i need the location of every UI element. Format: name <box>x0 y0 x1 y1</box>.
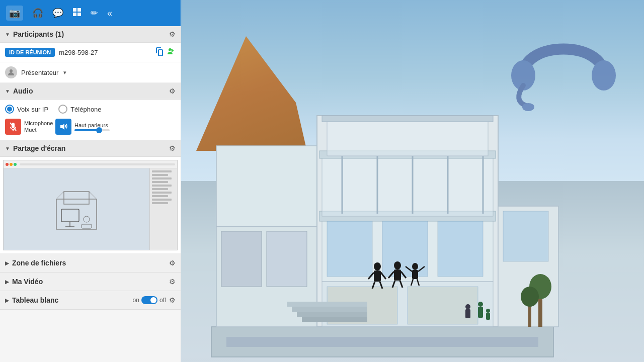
svg-rect-2 <box>73 13 76 16</box>
audio-header[interactable]: ▼ Audio ⚙ <box>0 83 181 100</box>
arch-background <box>181 0 644 362</box>
screenshare-header[interactable]: ▼ Partage d'écran ⚙ <box>0 140 181 157</box>
slider-thumb[interactable] <box>96 127 102 133</box>
screenshare-canvas <box>4 168 149 250</box>
whiteboard-section: ▶ Tableau blanc on off ⚙ <box>0 291 181 310</box>
presenter-dropdown-icon[interactable]: ▾ <box>63 69 66 76</box>
my-video-chevron-icon: ▶ <box>5 279 9 285</box>
svg-rect-7 <box>56 199 97 229</box>
svg-rect-20 <box>267 231 307 287</box>
telephone-label: Téléphone <box>70 106 101 113</box>
screenshare-gear-icon[interactable]: ⚙ <box>169 144 176 152</box>
file-zone-chevron-icon: ▶ <box>5 260 9 266</box>
voip-label: Voix sur IP <box>17 106 48 113</box>
whiteboard-gear-icon[interactable]: ⚙ <box>169 296 176 304</box>
toolbar-dot-red <box>6 163 9 166</box>
svg-point-50 <box>394 261 401 269</box>
telephone-option[interactable]: Téléphone <box>58 105 101 114</box>
svg-point-80 <box>522 103 534 111</box>
panel-line <box>152 188 168 190</box>
file-zone-title: Zone de fichiers <box>12 259 66 267</box>
audio-content: Voix sur IP Téléphone Micr <box>0 100 181 140</box>
whiteboard-toggle-container: on off <box>133 296 166 304</box>
panel-line <box>152 181 168 183</box>
svg-rect-67 <box>486 313 490 320</box>
svg-rect-73 <box>302 317 367 322</box>
3d-model-sketch <box>46 184 107 234</box>
svg-rect-17 <box>226 337 538 347</box>
svg-point-4 <box>10 69 13 72</box>
video-icon[interactable]: 📷 <box>6 6 23 21</box>
participants-section: ▼ Participants (1) ⚙ ID DE RÉUNION m298-… <box>0 26 181 83</box>
whiteboard-chevron-icon: ▶ <box>5 298 9 303</box>
svg-point-64 <box>478 302 483 307</box>
svg-rect-45 <box>374 270 381 282</box>
audio-controls: Microphone Muet Haut-parleurs <box>5 119 176 135</box>
audio-chevron-icon: ▼ <box>5 88 10 94</box>
file-zone-header[interactable]: ▶ Zone de fichiers ⚙ <box>0 254 181 273</box>
my-video-header[interactable]: ▶ Ma Vidéo ⚙ <box>0 273 181 291</box>
svg-point-44 <box>374 262 381 270</box>
sidebar: 📷 🎧 💬 ✏ « ▼ Participants (1) ⚙ ID DE RÉU… <box>0 0 181 362</box>
screenshare-preview <box>3 160 178 250</box>
presenter-avatar <box>5 66 17 78</box>
my-video-title: Ma Vidéo <box>12 278 43 286</box>
grid-icon[interactable] <box>72 8 82 19</box>
svg-rect-28 <box>327 221 372 277</box>
screenshare-panel <box>149 168 177 250</box>
svg-rect-70 <box>287 302 367 307</box>
chevrons-left-icon[interactable]: « <box>107 8 112 19</box>
svg-rect-15 <box>82 224 92 228</box>
panel-line <box>152 170 172 172</box>
participants-header[interactable]: ▼ Participants (1) ⚙ <box>0 26 181 43</box>
toggle-off-label: off <box>159 297 166 304</box>
voip-radio[interactable] <box>5 105 14 114</box>
headset-illustration <box>508 15 619 116</box>
voip-option[interactable]: Voix sur IP <box>5 105 48 114</box>
add-participant-icon[interactable] <box>167 47 176 58</box>
speakers-control: Haut-parleurs <box>55 119 110 135</box>
slider-track <box>74 129 110 131</box>
svg-point-77 <box>521 287 539 307</box>
audio-gear-icon[interactable]: ⚙ <box>169 87 176 95</box>
screenshare-section: ▼ Partage d'écran ⚙ <box>0 140 181 254</box>
svg-rect-19 <box>221 231 262 287</box>
audio-title: Audio <box>13 87 33 95</box>
whiteboard-title: Tableau blanc <box>12 296 58 304</box>
pencil-icon[interactable]: ✏ <box>91 8 98 19</box>
mute-button[interactable] <box>5 119 21 135</box>
file-zone-gear-icon[interactable]: ⚙ <box>169 259 176 267</box>
svg-rect-51 <box>394 269 401 281</box>
whiteboard-header[interactable]: ▶ Tableau blanc on off ⚙ <box>0 291 181 310</box>
svg-rect-63 <box>465 309 470 318</box>
my-video-gear-icon[interactable]: ⚙ <box>169 278 176 286</box>
toolbar-dot-yellow <box>10 163 13 166</box>
svg-rect-3 <box>77 13 81 16</box>
chat-icon[interactable]: 💬 <box>52 8 63 19</box>
volume-slider[interactable] <box>74 129 110 131</box>
audio-options: Voix sur IP Téléphone <box>5 105 176 114</box>
audio-section: ▼ Audio ⚙ Voix sur IP Téléphone <box>0 83 181 140</box>
telephone-radio[interactable] <box>58 105 67 114</box>
screenshare-app-toolbar <box>4 160 177 168</box>
svg-point-14 <box>84 216 90 222</box>
svg-point-62 <box>465 304 470 309</box>
screenshare-main-area <box>4 168 177 250</box>
presenter-row: Présentateur ▾ <box>0 62 181 83</box>
participants-gear-icon[interactable]: ⚙ <box>169 30 176 38</box>
speakers-button[interactable] <box>55 119 71 135</box>
svg-rect-0 <box>73 8 76 12</box>
svg-rect-21 <box>216 146 317 226</box>
copy-meeting-id-icon[interactable] <box>154 47 164 58</box>
participants-chevron-icon: ▼ <box>5 32 10 37</box>
meeting-id-badge: ID DE RÉUNION <box>5 48 55 57</box>
toolbar: 📷 🎧 💬 ✏ « <box>0 0 181 26</box>
svg-rect-41 <box>503 211 548 261</box>
svg-rect-8 <box>64 192 89 204</box>
speakers-label: Haut-parleurs <box>74 122 110 128</box>
svg-rect-1 <box>77 8 81 12</box>
whiteboard-toggle[interactable] <box>141 296 157 304</box>
file-zone-section: ▶ Zone de fichiers ⚙ <box>0 254 181 273</box>
svg-rect-39 <box>322 116 493 122</box>
headset-icon[interactable]: 🎧 <box>32 8 43 19</box>
